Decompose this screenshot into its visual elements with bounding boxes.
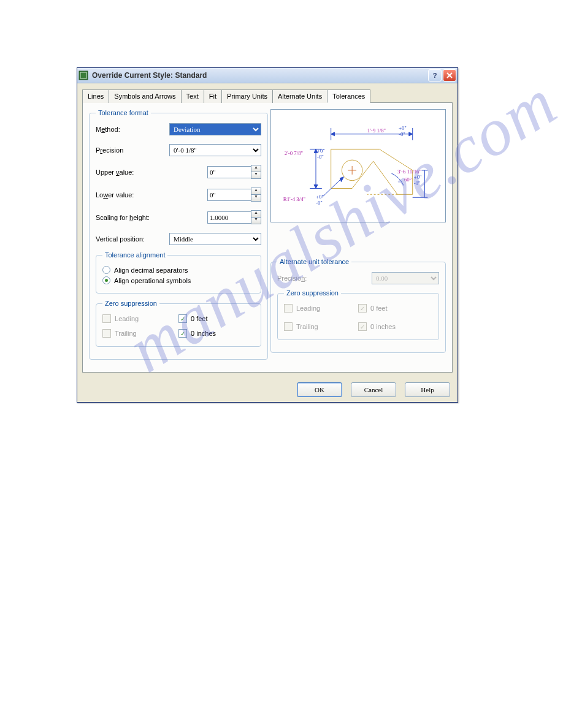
tolerance-alignment-group: Tolerance alignment Align decimal separa… (96, 251, 261, 294)
checkbox-icon: ✓ (178, 329, 187, 338)
svg-text:1'-9 1/8'': 1'-9 1/8'' (367, 127, 386, 134)
radio-icon (102, 276, 110, 284)
zero-inches-label: 0 inches (191, 330, 216, 337)
alt-leading-label: Leading (296, 305, 320, 312)
trailing-label: Trailing (115, 330, 137, 337)
precision-select[interactable]: 0'-0 1/8'' (169, 144, 261, 156)
zero-inches-checkbox[interactable]: ✓ 0 inches (178, 329, 255, 338)
svg-text:+0'': +0'' (317, 148, 325, 154)
align-operational-symbols-radio[interactable]: Align operational symbols (102, 276, 255, 284)
vertical-position-select[interactable]: Middle (169, 233, 261, 245)
radio-icon (102, 266, 110, 274)
checkbox-icon: ✓ (358, 322, 367, 331)
upper-value-label: Upper value: (96, 169, 169, 176)
svg-text:R1'-4 3/4'': R1'-4 3/4'' (283, 196, 305, 202)
cancel-button[interactable]: Cancel (351, 382, 396, 397)
close-titlebar-button[interactable] (443, 69, 456, 82)
zero-suppression-group: Zero suppression Leading Trailing (96, 300, 261, 347)
checkbox-icon: ✓ (358, 304, 367, 313)
align-operational-symbols-label: Align operational symbols (114, 277, 191, 284)
tolerance-alignment-legend: Tolerance alignment (102, 251, 167, 259)
method-select[interactable]: Deviation (169, 123, 261, 135)
svg-text:-0'': -0'' (414, 180, 421, 186)
zero-feet-checkbox[interactable]: ✓ 0 feet (178, 314, 255, 323)
checkbox-icon: ✓ (178, 314, 187, 323)
tab-primary-units[interactable]: Primary Units (221, 89, 273, 103)
alt-precision-label: Precision: (277, 275, 351, 282)
tab-body: Tolerance format Method: Deviation Preci… (82, 102, 453, 373)
alt-zero-suppression-legend: Zero suppression (284, 289, 341, 297)
alternate-unit-tolerance-legend: Alternate unit tolerance (277, 258, 351, 265)
lower-value-spinner[interactable]: ▲▼ (207, 188, 261, 202)
svg-text:+0'': +0'' (414, 174, 422, 180)
left-column: Tolerance format Method: Deviation Preci… (89, 109, 264, 366)
alt-trailing-checkbox: Trailing (284, 322, 358, 331)
vertical-position-label: Vertical position: (96, 235, 169, 243)
leading-label: Leading (115, 315, 139, 322)
leading-checkbox: Leading (102, 314, 178, 323)
alt-zero-inches-checkbox: ✓ 0 inches (358, 322, 432, 331)
lower-value-input[interactable] (207, 189, 251, 201)
upper-value-step-up[interactable]: ▲ (251, 165, 261, 172)
svg-text:-0'': -0'' (317, 154, 324, 160)
checkbox-icon (102, 329, 111, 338)
help-button[interactable]: Help (405, 382, 450, 397)
scaling-height-step-up[interactable]: ▲ (251, 210, 261, 217)
tabstrip: Lines Symbols and Arrows Text Fit Primar… (77, 83, 458, 103)
tab-tolerances[interactable]: Tolerances (327, 89, 370, 103)
lower-value-label: Lower value: (96, 191, 169, 199)
alternate-unit-tolerance-group: Alternate unit tolerance Precision: 0.00… (270, 258, 446, 353)
help-titlebar-button[interactable]: ? (428, 69, 442, 82)
lower-value-step-down[interactable]: ▼ (251, 194, 261, 202)
alt-zero-inches-label: 0 inches (370, 323, 396, 330)
scaling-height-spinner[interactable]: ▲▼ (207, 210, 261, 224)
titlebar: Override Current Style: Standard ? (77, 68, 458, 83)
svg-text:60°: 60° (404, 176, 412, 183)
lower-value-step-up[interactable]: ▲ (251, 188, 261, 194)
button-row: OK Cancel Help (77, 377, 458, 402)
tolerance-format-legend: Tolerance format (96, 109, 151, 116)
method-label: Method: (96, 126, 169, 133)
right-column: 1'-9 1/8'' +0'' -0'' 2'-0 7/8'' +0'' -0'… (270, 109, 446, 366)
dialog-title: Override Current Style: Standard (92, 71, 207, 80)
tab-fit[interactable]: Fit (204, 89, 222, 103)
upper-value-step-down[interactable]: ▼ (251, 172, 261, 179)
zero-suppression-legend: Zero suppression (102, 300, 159, 307)
tab-text[interactable]: Text (181, 89, 204, 103)
upper-value-spinner[interactable]: ▲▼ (207, 165, 261, 179)
alt-zero-feet-checkbox: ✓ 0 feet (358, 304, 432, 313)
checkbox-icon (284, 322, 293, 331)
zero-feet-label: 0 feet (191, 315, 208, 322)
precision-label: Precision (96, 146, 169, 154)
alt-zero-suppression-group: Zero suppression Leading Trailing (277, 289, 439, 340)
preview-pane: 1'-9 1/8'' +0'' -0'' 2'-0 7/8'' +0'' -0'… (270, 109, 446, 222)
ok-button[interactable]: OK (297, 382, 342, 397)
scaling-height-label: Scaling for height: (96, 214, 182, 221)
alt-precision-select: 0.00 (372, 272, 439, 284)
svg-text:+0'': +0'' (399, 125, 407, 131)
alt-zero-feet-label: 0 feet (370, 305, 388, 312)
app-icon (79, 70, 88, 80)
tolerance-format-group: Tolerance format Method: Deviation Preci… (89, 109, 268, 360)
svg-text:-0'': -0'' (316, 200, 323, 206)
alt-trailing-label: Trailing (296, 323, 318, 330)
tab-lines[interactable]: Lines (82, 89, 109, 103)
align-decimal-separators-label: Align decimal separators (114, 267, 188, 274)
checkbox-icon (102, 314, 111, 323)
svg-text:-0'': -0'' (399, 131, 405, 137)
align-decimal-separators-radio[interactable]: Align decimal separators (102, 266, 255, 274)
checkbox-icon (284, 304, 293, 313)
tab-alternate-units[interactable]: Alternate Units (272, 89, 327, 103)
override-style-dialog: Override Current Style: Standard ? Lines… (77, 67, 458, 403)
tab-symbols-arrows[interactable]: Symbols and Arrows (109, 89, 181, 103)
svg-text:+0'': +0'' (316, 194, 324, 200)
alt-leading-checkbox: Leading (284, 304, 358, 313)
scaling-height-step-down[interactable]: ▼ (251, 217, 261, 224)
scaling-height-input[interactable] (207, 211, 251, 224)
svg-text:2'-0 7/8'': 2'-0 7/8'' (285, 150, 304, 156)
trailing-checkbox: Trailing (102, 329, 178, 338)
upper-value-input[interactable] (207, 166, 251, 178)
